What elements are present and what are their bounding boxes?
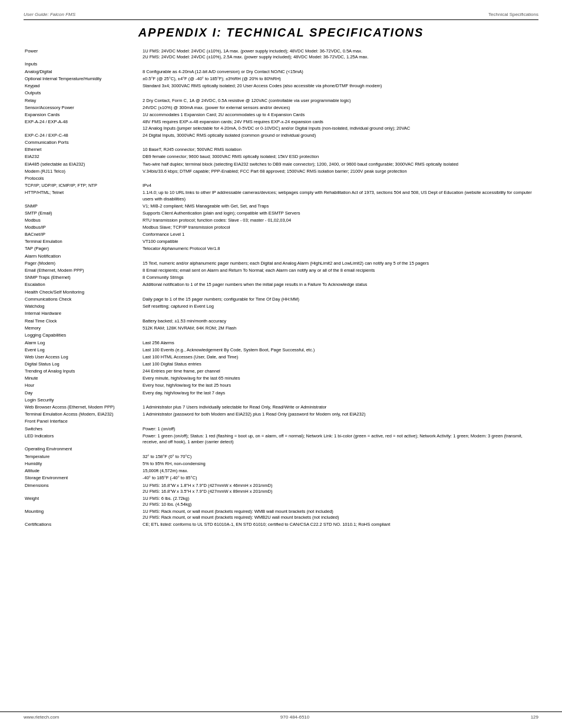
spec-label: Switches [24,426,141,433]
spec-value: V.34bis/33.6 kbps; DTMF capable; PPP-Ena… [141,168,538,175]
table-row: Altitude15,000ft (4,572m) max. [24,467,538,475]
spec-value: 1U accommodates 1 Expansion Card; 2U acc… [141,111,538,119]
table-row: EXP-C-24 / EXP-C-4824 Digital Inputs, 30… [24,132,538,139]
spec-label: EXP-C-24 / EXP-C-48 [24,132,141,139]
table-row: WatchdogSelf resetting; captured in Even… [24,303,538,310]
table-row: TAP (Pager)Telocator Alphanumeric Protoc… [24,245,538,252]
spec-label: Certifications [24,521,141,529]
spec-label: Alarm Notification [24,253,141,261]
table-row: Digital Status LogLast 100 Digital Statu… [24,361,538,368]
spec-label: Inputs [24,61,141,68]
spec-value [141,310,538,318]
table-row: Pager (Modem)15 Text, numeric and/or alp… [24,260,538,267]
table-row: Email (Ethernet, Modem PPP)8 Email recip… [24,267,538,274]
spec-label: BACnet/IP [24,231,141,238]
table-row: Outputs [24,90,538,97]
spec-value: 48V FMS requires EXP-x-48 expansion card… [141,118,538,131]
spec-value: Self resetting; captured in Event Log [141,303,538,310]
spec-label: Terminal Emulation Access (Modem, EIA232… [24,411,141,418]
spec-label: Analog/Digital [24,68,141,75]
spec-value [141,90,538,97]
table-row: Protocols [24,175,538,183]
spec-label: Watchdog [24,303,141,310]
spec-label: Minute [24,375,141,382]
table-row: Modbus/IPModbus Slave; TCP/IP transmissi… [24,224,538,231]
spec-label: Relay [24,97,141,104]
spec-label: Storage Environment [24,475,141,482]
spec-value: ±0.5°F (@ 25°C), ±4°F (@ -40° to 185°F);… [141,75,538,83]
spec-value: Every hour, high/low/avg for the last 25… [141,382,538,389]
spec-value: Power: 1 green (on/off); Status: 1 red (… [141,433,538,446]
spec-value: 5% to 95% RH, non-condensing [141,460,538,467]
table-row: Dimensions1U FMS: 16.8"W x 1.8"H x 7.9"D… [24,482,538,495]
table-row: Front Panel Interface [24,418,538,426]
table-row: HTTP/HTML; Telnet1.1/4.0; up to 10 URL l… [24,189,538,202]
spec-value: 24VDC (±10%) @ 300mA max. (power for ext… [141,104,538,111]
table-row: SNMPV1; MIB-2 compliant; NMS Manageable … [24,203,538,210]
table-row: MinuteEvery minute, high/low/avg for the… [24,375,538,382]
spec-label: Humidity [24,460,141,467]
spec-label: Email (Ethernet, Modem PPP) [24,267,141,274]
table-row: SwitchesPower: 1 (on/off) [24,426,538,433]
spec-value: 2 Dry Contact, Form C, 1A @ 24VDC, 0.5A … [141,97,538,104]
table-row: EIA485 (selectable as EIA232)Two-wire ha… [24,161,538,168]
spec-label: TCP/IP; UDP/IP; ICMP/IP; FTP; NTP [24,182,141,189]
spec-value [141,61,538,68]
table-row: KeypadStandard 3x4; 3000VAC RMS opticall… [24,83,538,90]
spec-label: Hour [24,382,141,389]
table-row: Mounting1U FMS: Rack mount, or wall moun… [24,508,538,521]
spec-value [141,418,538,426]
spec-label: EIA232 [24,153,141,160]
page-header: User Guide: Falcon FMS Technical Specifi… [24,12,538,20]
table-row: Logging Capabilities [24,332,538,340]
spec-value: -40° to 185°F (-40° to 85°C) [141,475,538,482]
spec-value: 1U FMS: Rack mount, or wall mount (brack… [141,508,538,521]
spec-value: Battery backed; ±1.53 min/month accuracy [141,318,538,325]
spec-label: Digital Status Log [24,361,141,368]
spec-value [141,253,538,261]
spec-value: 8 Community Strings [141,274,538,281]
spec-value: Two-wire half duplex; terminal block (se… [141,161,538,168]
table-row: DayEvery day, high/low/avg for the last … [24,390,538,397]
spec-label: Altitude [24,467,141,475]
spec-value: Every day, high/low/avg for the last 7 d… [141,390,538,397]
spec-label: Keypad [24,83,141,90]
spec-label: EIA485 (selectable as EIA232) [24,161,141,168]
spec-value: Last 100 Events (e.g., Acknowledgement B… [141,347,538,354]
page-footer: www.rletech.com 970 484-6510 129 [0,711,562,720]
spec-value: IPv4 [141,182,538,189]
spec-label: Communications Check [24,296,141,303]
spec-value [141,139,538,147]
table-row: EscalationAdditional notification to 1 o… [24,281,538,288]
spec-label: Web Browser Access (Ethernet, Modem PPP) [24,404,141,411]
spec-value: 1U FMS: 6 lbs. (2.72kg)2U FMS: 10 lbs. (… [141,495,538,508]
spec-label: Outputs [24,90,141,97]
spec-value: 32° to 158°F (0° to 70°C) [141,453,538,460]
spec-value [141,289,538,297]
table-row: Optional Internal Temperature/Humidity±0… [24,75,538,83]
spec-value: Standard 3x4; 3000VAC RMS optically isol… [141,83,538,90]
spec-label: Sensor/Accessory Power [24,104,141,111]
spec-value: 1.1/4.0; up to 10 URL links to other IP … [141,189,538,202]
table-row: Event LogLast 100 Events (e.g., Acknowle… [24,347,538,354]
header-left: User Guide: Falcon FMS [24,12,75,17]
spec-value: Last 100 Digital Status entries [141,361,538,368]
table-row: Ethernet10 BaseT, RJ45 connector; 500VAC… [24,146,538,153]
table-row: LED IndicatorsPower: 1 green (on/off); S… [24,433,538,446]
table-row: Communication Ports [24,139,538,147]
spec-label: EXP-A-24 / EXP-A-48 [24,118,141,131]
footer-website: www.rletech.com [24,714,59,720]
spec-label: SMTP (Email) [24,210,141,217]
table-row: SMTP (Email)Supports Client Authenticati… [24,210,538,217]
table-row: Alarm LogLast 256 Alarms [24,340,538,347]
footer-page: 129 [531,714,538,720]
table-row: HourEvery hour, high/low/avg for the las… [24,382,538,389]
spec-value: CE; ETL listed: conforms to UL STD 61010… [141,521,538,529]
spec-value: Telocator Alphanumeric Protocol Ver1.8 [141,245,538,252]
spec-value: Last 256 Alarms [141,340,538,347]
spec-label: TAP (Pager) [24,245,141,252]
spec-label: Real Time Clock [24,318,141,325]
table-row: BACnet/IPConformance Level 1 [24,231,538,238]
spec-value: VT100 compatible [141,238,538,245]
spec-value: 1U FMS: 16.8"W x 1.8"H x 7.9"D (427mmW x… [141,482,538,495]
